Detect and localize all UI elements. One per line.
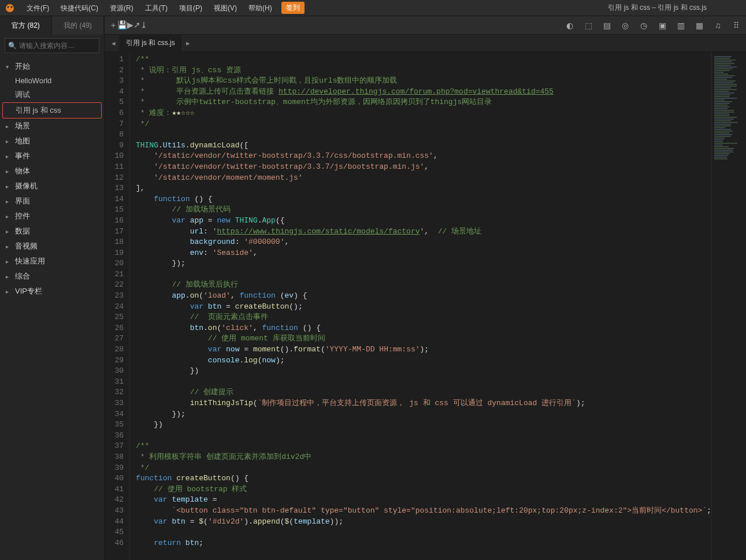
logo-icon xyxy=(5,3,15,13)
tree-item[interactable]: ▸物体 xyxy=(0,164,104,179)
tree-label: 界面 xyxy=(15,196,30,206)
chevron-icon: ▸ xyxy=(6,243,13,250)
menu-视图(V)[interactable]: 视图(V) xyxy=(208,4,243,12)
chevron-icon: ▸ xyxy=(6,288,13,295)
tree-item[interactable]: ▸控件 xyxy=(0,209,104,224)
tree-label: 综合 xyxy=(15,271,30,281)
tree-item[interactable]: ▸音视频 xyxy=(0,239,104,254)
menubar: 文件(F)快捷代码(C)资源(R)工具(T)项目(P)视图(V)帮助(H) 签到… xyxy=(0,0,746,16)
book-icon[interactable]: ▤ xyxy=(602,21,612,30)
grid-icon[interactable]: ⠿ xyxy=(731,21,741,30)
tree-item[interactable]: ▸界面 xyxy=(0,194,104,209)
menu-快捷代码(C)[interactable]: 快捷代码(C) xyxy=(55,4,104,12)
chevron-icon: ▸ xyxy=(6,123,13,129)
chevron-icon: ▸ xyxy=(6,168,13,175)
editor-pane: ＋💾▶↗⤓ ◐⬚▤◎◷▣▥▦♫⠿ ◂ 引用 js 和 css.js ▸ 1234… xyxy=(105,16,746,560)
menu-工具(T)[interactable]: 工具(T) xyxy=(139,4,173,12)
tree-label: 场景 xyxy=(15,121,30,131)
tree-label: 数据 xyxy=(15,226,30,236)
tree-item[interactable]: ▸摄像机 xyxy=(0,179,104,194)
editor-tabs: ◂ 引用 js 和 css.js ▸ xyxy=(105,35,746,52)
chevron-icon: ▸ xyxy=(6,198,13,205)
tree-label: 快速应用 xyxy=(15,256,45,266)
layers-icon[interactable]: ▥ xyxy=(676,21,686,30)
svg-point-1 xyxy=(8,6,9,8)
minimap[interactable] xyxy=(711,52,746,560)
sign-in-button[interactable]: 签到 xyxy=(281,2,305,14)
tree-item[interactable]: 引用 js 和 css xyxy=(2,102,102,118)
tree-item[interactable]: ▸事件 xyxy=(0,149,104,164)
code-content[interactable]: /** * 说明：引用 js、css 资源 * 默认js脚本和css样式会带上时… xyxy=(130,52,711,560)
window-title: 引用 js 和 css – 引用 js 和 css.js xyxy=(608,3,741,13)
tree-item[interactable]: ▸快速应用 xyxy=(0,254,104,269)
save-icon[interactable]: 💾 xyxy=(117,20,127,29)
tree-item[interactable]: ▾开始 xyxy=(0,59,104,74)
sidebar: 官方 (82)我的 (49) 🔍 ▾开始HelloWorld调试引用 js 和 … xyxy=(0,16,105,560)
chevron-icon: ▸ xyxy=(6,258,13,265)
tree-label: 摄像机 xyxy=(15,181,38,191)
sidebar-tab[interactable]: 我的 (49) xyxy=(52,16,104,35)
box-icon[interactable]: ⬚ xyxy=(583,21,593,30)
chevron-icon: ▸ xyxy=(6,183,13,190)
tree-label: VIP专栏 xyxy=(15,286,42,296)
tree-label: 音视频 xyxy=(15,241,38,251)
music-icon[interactable]: ♫ xyxy=(712,21,723,30)
code-editor[interactable]: 1234567891011121314151617181920212223242… xyxy=(105,52,746,560)
tree-item[interactable]: ▸场景 xyxy=(0,118,104,133)
chevron-icon: ▸ xyxy=(6,138,13,144)
tab-next-icon[interactable]: ▸ xyxy=(183,39,194,47)
plus-icon[interactable]: ＋ xyxy=(109,20,117,29)
sidebar-tab[interactable]: 官方 (82) xyxy=(0,16,52,35)
chevron-icon: ▸ xyxy=(6,213,13,220)
download-icon[interactable]: ⤓ xyxy=(140,20,147,29)
file-tab[interactable]: 引用 js 和 css.js xyxy=(119,35,183,51)
browser-icon[interactable]: ◎ xyxy=(620,21,630,30)
chevron-icon: ▾ xyxy=(6,64,13,70)
menu-帮助(H)[interactable]: 帮助(H) xyxy=(243,4,278,12)
menu-文件(F)[interactable]: 文件(F) xyxy=(21,4,55,12)
svg-point-0 xyxy=(6,4,14,12)
tree-item[interactable]: ▸地图 xyxy=(0,133,104,149)
file-tree: ▾开始HelloWorld调试引用 js 和 css▸场景▸地图▸事件▸物体▸摄… xyxy=(0,57,104,560)
tab-prev-icon[interactable]: ◂ xyxy=(108,39,119,47)
tree-label: 地图 xyxy=(15,136,30,146)
window-icon[interactable]: ▣ xyxy=(657,21,667,30)
image-icon[interactable]: ▦ xyxy=(694,21,704,30)
tree-label: 物体 xyxy=(15,166,30,176)
tree-label: 开始 xyxy=(15,61,30,72)
tree-item[interactable]: 调试 xyxy=(0,87,104,102)
search-icon: 🔍 xyxy=(8,42,17,50)
menu-资源(R)[interactable]: 资源(R) xyxy=(104,4,139,12)
tree-item[interactable]: HelloWorld xyxy=(0,74,104,87)
menu-项目(P)[interactable]: 项目(P) xyxy=(173,4,208,12)
globe-icon[interactable]: ◐ xyxy=(565,21,575,30)
share-icon[interactable]: ↗ xyxy=(133,20,140,29)
tree-item[interactable]: ▸综合 xyxy=(0,269,104,284)
line-gutter: 1234567891011121314151617181920212223242… xyxy=(105,52,130,560)
tree-item[interactable]: ▸数据 xyxy=(0,224,104,239)
search-input[interactable] xyxy=(5,38,99,53)
run-icon[interactable]: ▶ xyxy=(127,20,133,29)
clock-icon[interactable]: ◷ xyxy=(639,21,649,30)
tree-label: 事件 xyxy=(15,151,30,161)
toolbar: ＋💾▶↗⤓ ◐⬚▤◎◷▣▥▦♫⠿ xyxy=(105,16,746,35)
tree-item[interactable]: ▸VIP专栏 xyxy=(0,284,104,299)
tree-label: 控件 xyxy=(15,211,30,221)
chevron-icon: ▸ xyxy=(6,273,13,280)
svg-point-2 xyxy=(11,6,13,8)
chevron-icon: ▸ xyxy=(6,153,13,160)
chevron-icon: ▸ xyxy=(6,228,13,235)
